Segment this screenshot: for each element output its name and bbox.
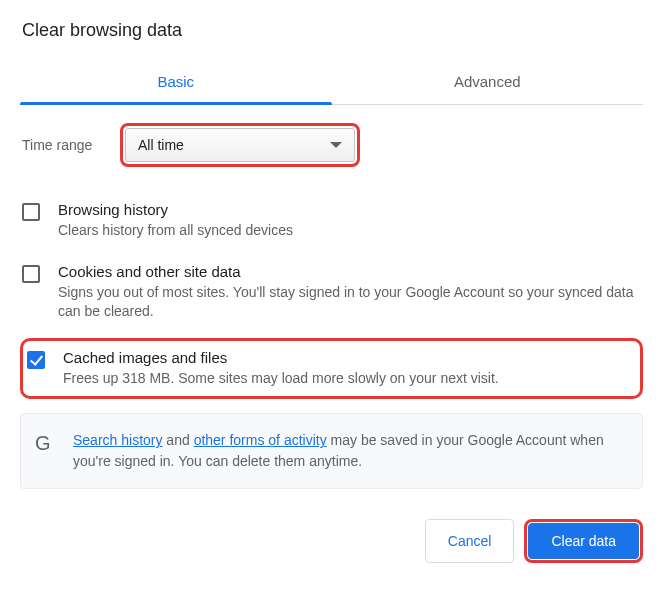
option-desc: Frees up 318 MB. Some sites may load mor… — [63, 369, 634, 389]
option-desc: Clears history from all synced devices — [58, 221, 643, 241]
option-text: Cached images and files Frees up 318 MB.… — [63, 349, 634, 389]
clear-data-highlight: Clear data — [524, 519, 643, 563]
option-title: Browsing history — [58, 201, 643, 218]
info-mid: and — [162, 432, 193, 448]
tabs: Basic Advanced — [20, 59, 643, 105]
option-title: Cookies and other site data — [58, 263, 643, 280]
option-text: Cookies and other site data Signs you ou… — [58, 263, 643, 322]
time-range-row: Time range All time — [20, 123, 643, 167]
clear-data-button[interactable]: Clear data — [528, 523, 639, 559]
time-range-value: All time — [138, 137, 184, 153]
tab-basic[interactable]: Basic — [20, 59, 332, 104]
info-text: Search history and other forms of activi… — [73, 430, 628, 472]
option-browsing-history: Browsing history Clears history from all… — [20, 195, 643, 257]
dialog-actions: Cancel Clear data — [20, 519, 643, 563]
tab-advanced[interactable]: Advanced — [332, 59, 644, 104]
checkbox-cache[interactable] — [27, 351, 45, 369]
option-text: Browsing history Clears history from all… — [58, 201, 643, 241]
cancel-button[interactable]: Cancel — [425, 519, 515, 563]
dialog-title: Clear browsing data — [20, 20, 643, 41]
google-icon: G — [35, 432, 57, 455]
time-range-highlight: All time — [120, 123, 360, 167]
option-desc: Signs you out of most sites. You'll stay… — [58, 283, 643, 322]
link-search-history[interactable]: Search history — [73, 432, 162, 448]
time-range-label: Time range — [20, 137, 120, 153]
option-title: Cached images and files — [63, 349, 634, 366]
time-range-select[interactable]: All time — [125, 128, 355, 162]
chevron-down-icon — [330, 142, 342, 148]
option-cache-highlight: Cached images and files Frees up 318 MB.… — [20, 338, 643, 400]
google-account-info: G Search history and other forms of acti… — [20, 413, 643, 489]
options-list: Browsing history Clears history from all… — [20, 195, 643, 399]
option-cookies: Cookies and other site data Signs you ou… — [20, 257, 643, 338]
clear-browsing-data-dialog: Clear browsing data Basic Advanced Time … — [0, 0, 663, 587]
checkbox-cookies[interactable] — [22, 265, 40, 283]
checkbox-browsing-history[interactable] — [22, 203, 40, 221]
link-other-activity[interactable]: other forms of activity — [194, 432, 327, 448]
